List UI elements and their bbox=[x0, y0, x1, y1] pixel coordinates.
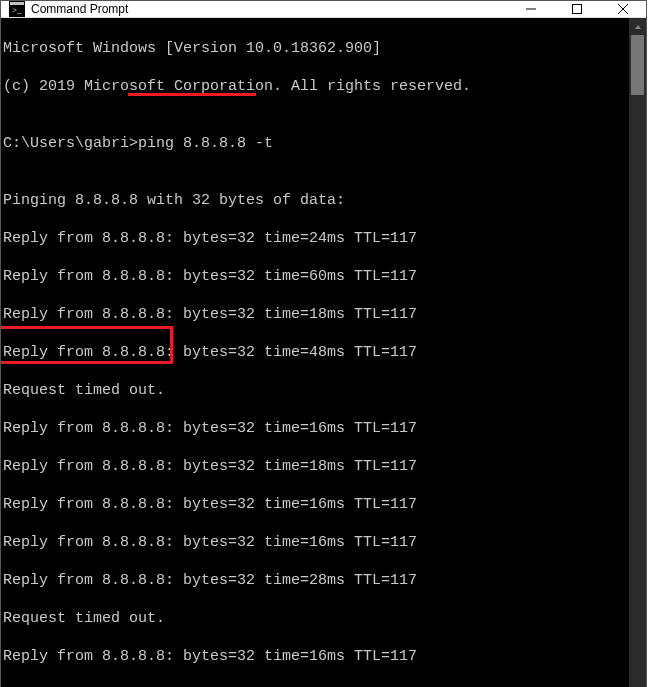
minimize-button[interactable] bbox=[508, 1, 554, 17]
window-controls bbox=[508, 1, 646, 17]
annotation-underline bbox=[128, 93, 256, 96]
terminal-area: Microsoft Windows [Version 10.0.18362.90… bbox=[1, 18, 646, 687]
scroll-up-arrow[interactable] bbox=[629, 18, 646, 35]
output-line: Reply from 8.8.8.8: bytes=32 time=24ms T… bbox=[3, 229, 629, 248]
scroll-track[interactable] bbox=[629, 35, 646, 687]
svg-rect-4 bbox=[573, 5, 582, 14]
maximize-button[interactable] bbox=[554, 1, 600, 17]
svg-text:>_: >_ bbox=[12, 5, 22, 15]
terminal[interactable]: Microsoft Windows [Version 10.0.18362.90… bbox=[1, 18, 629, 687]
output-line: Reply from 8.8.8.8: bytes=32 time=60ms T… bbox=[3, 267, 629, 286]
vertical-scrollbar[interactable] bbox=[629, 18, 646, 687]
cmd-icon: >_ bbox=[9, 1, 25, 17]
output-line: Reply from 8.8.8.8: bytes=32 time=16ms T… bbox=[3, 533, 629, 552]
output-line: Pinging 8.8.8.8 with 32 bytes of data: bbox=[3, 191, 629, 210]
output-line: Reply from 8.8.8.8: bytes=32 time=18ms T… bbox=[3, 305, 629, 324]
annotation-box bbox=[1, 326, 173, 364]
output-line: Request timed out. bbox=[3, 381, 629, 400]
output-line: (c) 2019 Microsoft Corporation. All righ… bbox=[3, 77, 629, 96]
output-line: Reply from 8.8.8.8: bytes=32 time=16ms T… bbox=[3, 647, 629, 666]
output-line: Reply from 8.8.8.8: bytes=32 time=16ms T… bbox=[3, 495, 629, 514]
prompt-line: C:\Users\gabri>ping 8.8.8.8 -t bbox=[3, 134, 629, 153]
output-line: Reply from 8.8.8.8: bytes=32 time=16ms T… bbox=[3, 419, 629, 438]
close-button[interactable] bbox=[600, 1, 646, 17]
output-line: Microsoft Windows [Version 10.0.18362.90… bbox=[3, 39, 629, 58]
output-line: Request timed out. bbox=[3, 609, 629, 628]
output-line: Reply from 8.8.8.8: bytes=32 time=28ms T… bbox=[3, 571, 629, 590]
output-line: Reply from 8.8.8.8: bytes=32 time=18ms T… bbox=[3, 457, 629, 476]
titlebar[interactable]: >_ Command Prompt bbox=[1, 1, 646, 18]
command-prompt-window: >_ Command Prompt Microsoft Windows [Ver… bbox=[0, 0, 647, 687]
window-title: Command Prompt bbox=[31, 2, 508, 16]
scroll-thumb[interactable] bbox=[631, 35, 644, 95]
